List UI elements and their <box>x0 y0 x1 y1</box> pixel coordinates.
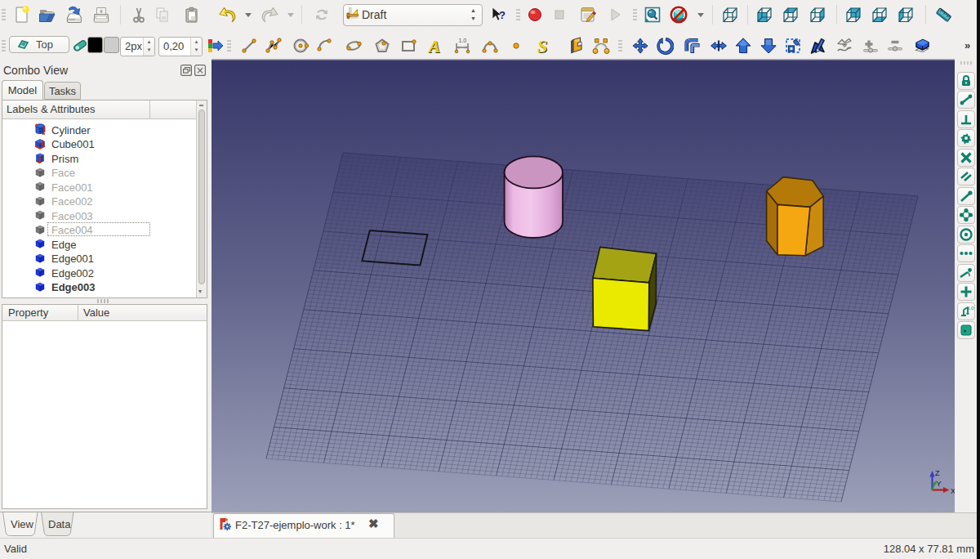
svg-text:A: A <box>427 37 440 56</box>
svg-text:Z: Z <box>935 469 940 477</box>
svg-text:View: View <box>11 518 34 530</box>
svg-text:5.0: 5.0 <box>967 306 974 311</box>
svg-text:Data: Data <box>48 518 71 530</box>
svg-text:Y: Y <box>937 480 942 488</box>
svg-text:S: S <box>537 36 547 56</box>
svg-text:?: ? <box>499 9 506 21</box>
svg-text:1.0: 1.0 <box>459 38 467 43</box>
